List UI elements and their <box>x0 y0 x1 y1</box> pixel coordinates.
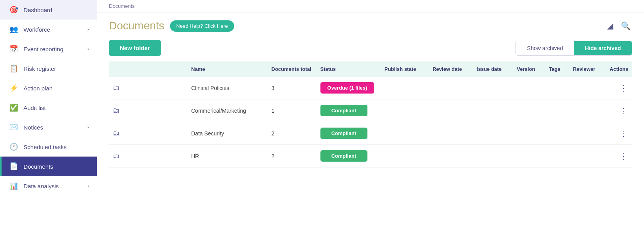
sidebar-item-data-analysis[interactable]: 📊 Data analysis › <box>0 176 97 196</box>
sidebar-item-workforce[interactable]: 👥 Workforce › <box>0 20 97 39</box>
chevron-icon: › <box>87 46 89 52</box>
folder-name-cell: Clinical Policies <box>187 77 268 99</box>
chevron-icon: › <box>87 183 89 189</box>
status-badge: Compliant <box>320 105 367 116</box>
col-header-name <box>109 61 187 77</box>
risk-register-icon: 📋 <box>9 64 18 73</box>
docs-total-cell: 2 <box>268 145 317 168</box>
chevron-icon: › <box>87 27 89 32</box>
search-button[interactable]: 🔍 <box>619 20 632 32</box>
scheduled-tasks-icon: 🕐 <box>9 142 18 151</box>
reviewer-cell <box>569 99 605 122</box>
actions-cell: ⋮ <box>605 122 632 145</box>
status-cell: Compliant <box>317 145 381 168</box>
col-header-publish-state: Publish state <box>380 61 429 77</box>
version-cell <box>513 77 545 99</box>
publish-state-cell <box>380 77 429 99</box>
dashboard-icon: 🎯 <box>9 5 18 14</box>
reviewer-cell <box>569 145 605 168</box>
folder-icon-cell: 🗂 <box>109 77 187 99</box>
page-title: Documents <box>109 20 165 32</box>
hide-archived-button[interactable]: Hide archived <box>574 41 632 55</box>
row-actions-button[interactable]: ⋮ <box>620 129 628 138</box>
sidebar-item-documents[interactable]: 📄 Documents <box>0 157 97 176</box>
review-date-cell <box>429 77 473 99</box>
audit-list-icon: ✅ <box>9 103 18 112</box>
folder-icon: 🗂 <box>113 106 120 114</box>
help-button[interactable]: Need Help? Click Here <box>170 20 234 32</box>
sidebar-item-label: Audit list <box>24 104 46 111</box>
sidebar-item-label: Documents <box>24 163 53 170</box>
sidebar-item-label: Notices <box>24 124 43 131</box>
folder-icon: 🗂 <box>113 152 120 160</box>
col-header-status: Status <box>317 61 381 77</box>
table-row: 🗂 Clinical Policies 3 Overdue (1 files) … <box>109 77 632 99</box>
col-header-name-label: Name <box>187 61 268 77</box>
sidebar-item-label: Workforce <box>24 26 50 33</box>
row-actions-button[interactable]: ⋮ <box>620 151 628 161</box>
main-content: Documents Documents Need Help? Click Her… <box>97 0 644 227</box>
sidebar-item-label: Dashboard <box>24 7 52 13</box>
folder-icon: 🗂 <box>113 129 120 137</box>
table-row: 🗂 Data Security 2 Compliant ⋮ <box>109 122 632 145</box>
col-header-docs-total: Documents total <box>268 61 317 77</box>
archive-toggle: Show archived Hide archived <box>516 41 632 56</box>
action-plan-icon: ⚡ <box>9 84 18 92</box>
filter-icon: ◢ <box>607 22 613 30</box>
table-row: 🗂 HR 2 Compliant ⋮ <box>109 145 632 168</box>
col-header-reviewer: Reviewer <box>569 61 605 77</box>
sidebar-item-audit-list[interactable]: ✅ Audit list <box>0 98 97 117</box>
notices-icon: ✉️ <box>9 123 18 132</box>
search-icon: 🔍 <box>621 22 631 30</box>
workforce-icon: 👥 <box>9 25 18 34</box>
sidebar-item-risk-register[interactable]: 📋 Risk register <box>0 59 97 78</box>
data-analysis-icon: 📊 <box>9 182 18 190</box>
documents-table: Name Documents total Status Publish stat… <box>109 61 632 168</box>
status-badge: Compliant <box>320 128 367 139</box>
review-date-cell <box>429 99 473 122</box>
folder-icon-cell: 🗂 <box>109 99 187 122</box>
docs-total-cell: 3 <box>268 77 317 99</box>
sidebar-item-label: Action plan <box>24 85 52 92</box>
folder-name-cell: Data Security <box>187 122 268 145</box>
row-actions-button[interactable]: ⋮ <box>620 83 628 93</box>
sidebar-item-scheduled-tasks[interactable]: 🕐 Scheduled tasks <box>0 137 97 157</box>
show-archived-button[interactable]: Show archived <box>516 41 574 55</box>
documents-table-container: Name Documents total Status Publish stat… <box>97 61 644 227</box>
row-actions-button[interactable]: ⋮ <box>620 106 628 115</box>
actions-cell: ⋮ <box>605 77 632 99</box>
publish-state-cell <box>380 145 429 168</box>
status-cell: Compliant <box>317 122 381 145</box>
version-cell <box>513 99 545 122</box>
status-cell: Compliant <box>317 99 381 122</box>
sidebar-item-dashboard[interactable]: 🎯 Dashboard <box>0 0 97 20</box>
issue-date-cell <box>473 99 513 122</box>
col-header-review-date: Review date <box>429 61 473 77</box>
sidebar-item-label: Data analysis <box>24 183 59 189</box>
docs-total-cell: 2 <box>268 122 317 145</box>
folder-icon: 🗂 <box>113 84 120 92</box>
reviewer-cell <box>569 77 605 99</box>
issue-date-cell <box>473 77 513 99</box>
header-area: Documents Need Help? Click Here ◢ 🔍 <box>97 13 644 36</box>
sidebar-item-label: Scheduled tasks <box>24 144 67 150</box>
sidebar-item-notices[interactable]: ✉️ Notices › <box>0 117 97 137</box>
actions-cell: ⋮ <box>605 99 632 122</box>
chevron-icon: › <box>87 124 89 130</box>
review-date-cell <box>429 145 473 168</box>
sidebar: 🎯 Dashboard 👥 Workforce › 📅 Event report… <box>0 0 97 227</box>
table-row: 🗂 Commerical/Marketing 1 Compliant ⋮ <box>109 99 632 122</box>
status-badge: Overdue (1 files) <box>320 82 374 94</box>
docs-total-cell: 1 <box>268 99 317 122</box>
table-header-row: Name Documents total Status Publish stat… <box>109 61 632 77</box>
toolbar: New folder Show archived Hide archived <box>97 36 644 61</box>
filter-button[interactable]: ◢ <box>606 20 615 32</box>
col-header-actions: Actions <box>605 61 632 77</box>
new-folder-button[interactable]: New folder <box>109 40 161 56</box>
sidebar-item-event-reporting[interactable]: 📅 Event reporting › <box>0 39 97 59</box>
sidebar-item-action-plan[interactable]: ⚡ Action plan <box>0 78 97 98</box>
tags-cell <box>545 122 569 145</box>
documents-icon: 📄 <box>9 162 18 171</box>
folder-icon-cell: 🗂 <box>109 145 187 168</box>
publish-state-cell <box>380 99 429 122</box>
